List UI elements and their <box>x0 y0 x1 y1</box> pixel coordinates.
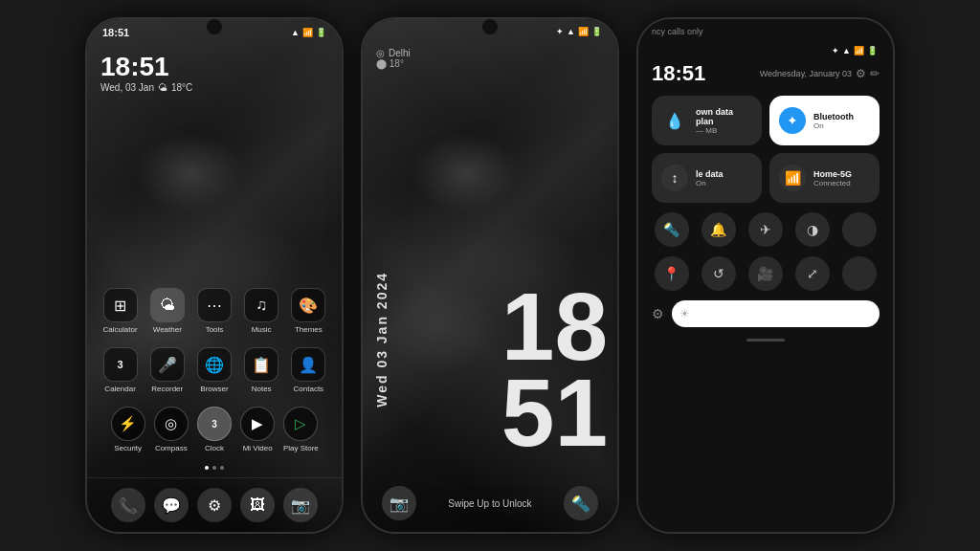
dot-active <box>205 466 209 470</box>
mivideo-label: Mi Video <box>243 444 273 452</box>
app-weather[interactable]: 🌤 Weather <box>146 288 189 334</box>
dock-settings[interactable]: ⚙ <box>197 488 232 522</box>
app-row-2: 3 Calendar 🎤 Recorder 🌐 Browser 📋 Notes … <box>97 347 332 393</box>
app-playstore[interactable]: ▷ Play Store <box>279 407 322 452</box>
empty-quick-btn-2 <box>842 256 877 291</box>
recorder-label: Recorder <box>151 385 183 393</box>
clock-display-1: 18:51 <box>100 52 328 82</box>
phone2-date-side: Wed 03 Jan 2024 <box>374 272 390 408</box>
alarm-quick-btn[interactable]: 🔔 <box>702 212 736 247</box>
mobile-data-tile[interactable]: ↕ le data On <box>652 153 762 203</box>
quick-buttons-row2: 📍 ↺ 🎥 ⤢ <box>638 251 893 295</box>
app-notes[interactable]: 📋 Notes <box>240 347 282 393</box>
app-calendar[interactable]: 3 Calendar <box>100 347 142 393</box>
data-plan-text: own data plan — MB <box>696 107 752 135</box>
security-icon: ⚡ <box>111 407 145 441</box>
special-row: ⚡ Security ◎ Compass 3 Clock ▶ Mi Video … <box>97 407 332 452</box>
notes-label: Notes <box>252 385 272 393</box>
bluetooth-sub: On <box>813 121 870 130</box>
location-quick-btn[interactable]: 📍 <box>655 256 689 291</box>
brightness-bar[interactable]: ☀ <box>672 300 880 327</box>
clock-icon: 3 <box>197 407 232 441</box>
dock-camera[interactable]: 📷 <box>283 488 318 522</box>
phone3-content: ncy calls only ✦ ▲ 📶 🔋 18:51 Wednesday, … <box>638 19 893 532</box>
tools-icon: ⋯ <box>197 288 232 322</box>
rotate-quick-btn[interactable]: ↺ <box>702 256 736 291</box>
dock-bar: 📞 💬 ⚙ 🖼 📷 <box>87 477 342 532</box>
weather-icon-1: 🌤 <box>158 82 167 93</box>
app-row-1: ⊞ Calculator 🌤 Weather ⋯ Tools ♫ Music 🎨 <box>97 288 332 334</box>
compass-icon: ◎ <box>154 407 189 441</box>
bluetooth-tile[interactable]: ✦ Bluetooth On <box>769 96 880 145</box>
phone2-content: ✦ ▲ 📶 🔋 ◎ Delhi ⬤ 18° Wed 03 Jan 2024 18… <box>363 19 617 532</box>
bt-icon-2: ✦ <box>556 27 564 36</box>
app-tools[interactable]: ⋯ Tools <box>193 288 235 334</box>
edit-icon-3[interactable]: ✏ <box>870 67 880 80</box>
swipe-up-text: Swipe Up to Unlock <box>448 498 531 509</box>
wifi-tile[interactable]: 📶 Home-5G Connected <box>769 153 880 203</box>
status-bar-3: ✦ ▲ 📶 🔋 <box>638 38 893 59</box>
temp-label-2: 18° <box>390 58 404 69</box>
status-icons-1: ▲ 📶 🔋 <box>291 28 326 37</box>
settings-icon-3[interactable]: ⚙ <box>856 67 866 80</box>
battery-icon-2: 🔋 <box>591 27 602 36</box>
app-themes[interactable]: 🎨 Themes <box>287 288 329 334</box>
calendar-icon: 3 <box>103 347 138 382</box>
wifi-text: Home-5G Connected <box>813 169 870 187</box>
dock-gallery[interactable]: 🖼 <box>240 488 275 522</box>
app-grid-1: ⊞ Calculator 🌤 Weather ⋯ Tools ♫ Music 🎨 <box>87 280 342 474</box>
app-contacts[interactable]: 👤 Contacts <box>287 347 329 393</box>
wifi-icon-2: 📶 <box>578 27 589 36</box>
battery-icon: 🔋 <box>316 28 326 37</box>
flashlight-bottom-icon[interactable]: 🔦 <box>564 486 598 520</box>
themes-label: Themes <box>295 325 323 334</box>
app-clock[interactable]: 3 Clock <box>193 407 235 452</box>
control-grid: 💧 own data plan — MB ✦ Bluetooth On ↕ le… <box>638 90 893 209</box>
app-mivideo[interactable]: ▶ Mi Video <box>236 407 278 452</box>
temp-display-1: 18°C <box>171 82 192 93</box>
bluetooth-icon: ✦ <box>779 107 806 134</box>
empty-quick-btn-1 <box>842 212 877 247</box>
signal-icon: ▲ <box>291 28 300 37</box>
dock-phone[interactable]: 📞 <box>111 488 145 522</box>
flashlight-quick-btn[interactable]: 🔦 <box>655 212 689 247</box>
airplane-quick-btn[interactable]: ✈ <box>748 212 783 247</box>
app-music[interactable]: ♫ Music <box>240 288 282 334</box>
phone-2: ✦ ▲ 📶 🔋 ◎ Delhi ⬤ 18° Wed 03 Jan 2024 18… <box>361 17 619 534</box>
security-label: Security <box>114 444 142 452</box>
playstore-label: Play Store <box>283 444 319 452</box>
page-dots-1 <box>97 462 332 474</box>
date-display-1: Wed, 03 Jan 🌤 18°C <box>100 82 328 93</box>
app-recorder[interactable]: 🎤 Recorder <box>146 347 189 393</box>
notch-1 <box>207 19 222 34</box>
app-security[interactable]: ⚡ Security <box>107 407 149 452</box>
data-plan-tile[interactable]: 💧 own data plan — MB <box>652 96 762 145</box>
status-icons-3: ✦ ▲ 📶 🔋 <box>832 46 878 55</box>
dock-messages[interactable]: 💬 <box>154 488 189 522</box>
tools-label: Tools <box>206 325 224 334</box>
brightness-row: ⚙ ☀ <box>638 295 893 333</box>
compass-label: Compass <box>155 444 188 452</box>
app-calculator[interactable]: ⊞ Calculator <box>100 288 142 334</box>
phone-1: 18:51 ▲ 📶 🔋 18:51 Wed, 03 Jan 🌤 18°C ⊞ C… <box>85 17 344 534</box>
browser-label: Browser <box>200 385 228 393</box>
phone-3: ncy calls only ✦ ▲ 📶 🔋 18:51 Wednesday, … <box>636 17 895 534</box>
phone3-date: Wednesday, January 03 <box>760 69 852 78</box>
calculator-label: Calculator <box>103 325 138 334</box>
wifi-status-icon: 📶 <box>302 28 313 37</box>
app-compass[interactable]: ◎ Compass <box>150 407 192 452</box>
camera-bottom-icon[interactable]: 📷 <box>382 486 416 520</box>
expand-quick-btn[interactable]: ⤢ <box>795 256 830 291</box>
wifi-name: Home-5G <box>813 169 870 179</box>
brightness-low-icon: ⚙ <box>652 306 664 321</box>
weather-dot-icon: ⬤ <box>376 58 387 69</box>
phone2-clock-big: 18 51 <box>501 283 608 455</box>
brightness-sun-icon: ☀ <box>679 307 690 320</box>
contrast-quick-btn[interactable]: ◑ <box>795 212 830 247</box>
mivideo-icon: ▶ <box>240 407 275 441</box>
phone2-weather: ◎ Delhi <box>363 40 617 58</box>
status-time-1: 18:51 <box>102 27 129 38</box>
dot-1 <box>212 466 216 470</box>
app-browser[interactable]: 🌐 Browser <box>193 347 235 393</box>
video-quick-btn[interactable]: 🎥 <box>748 256 783 291</box>
